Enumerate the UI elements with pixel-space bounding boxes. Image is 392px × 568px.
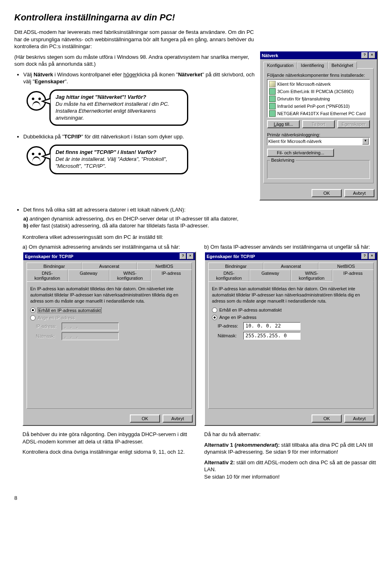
dialog-tcpip-b: Egenskaper för TCP/IP ? × Bindningar Ava… xyxy=(204,252,378,426)
nic-icon xyxy=(269,96,276,102)
dialog-title: Egenskaper för TCP/IP xyxy=(25,254,74,259)
cancel-button[interactable]: Avbryt xyxy=(344,189,374,197)
tab-avancerat[interactable]: Avancerat xyxy=(82,263,137,270)
primary-login-combo[interactable]: Klient för Microsoft-nätverk ▼ xyxy=(267,137,370,145)
col-a-title: a) Om dynamisk adressering används ser i… xyxy=(22,244,196,250)
mask-label: Nätmask: xyxy=(218,333,240,338)
add-button[interactable]: LLägg till...ägg till... xyxy=(267,120,300,128)
client-icon xyxy=(269,81,276,87)
col-a-bottom-1: Då behöver du inte göra någonting. Den i… xyxy=(22,431,196,445)
help-icon[interactable]: ? xyxy=(361,52,368,58)
ip-label: IP-adress: xyxy=(36,324,58,329)
chevron-down-icon[interactable]: ▼ xyxy=(362,138,369,145)
col-a-bottom-2: Kontrollera dock dina övriga inställning… xyxy=(22,448,196,456)
col-b-alt1: Alternativ 1 (rekommenderat): ställ till… xyxy=(204,441,378,456)
tab-netbios[interactable]: NetBIOS xyxy=(318,263,374,270)
nic-icon xyxy=(269,103,276,109)
ip-label: IP-adress: xyxy=(218,323,240,328)
tab-wins[interactable]: WINS-konfiguration xyxy=(291,270,332,281)
dialog-natverk: Nätverk ? × Konfiguration Identifiering … xyxy=(259,51,378,200)
tab-gateway[interactable]: Gateway xyxy=(249,270,291,281)
cancel-button[interactable]: Avbryt xyxy=(344,414,374,423)
components-label: Följande nätverkskomponenter finns insta… xyxy=(267,73,370,78)
close-icon[interactable]: × xyxy=(369,52,375,58)
page-number: 8 xyxy=(14,495,378,501)
tip-bubble-1: Jag hittar inget "Nätverket"! Varför? Du… xyxy=(49,89,188,126)
dialog-title: Nätverk xyxy=(262,53,278,58)
radio-specify-ip[interactable]: Ange en IP-adress xyxy=(212,315,370,320)
components-listbox[interactable]: Klient för Microsoft-nätverk 3Com EtherL… xyxy=(267,79,370,118)
tab-avancerat[interactable]: Avancerat xyxy=(263,263,318,270)
tab-konfiguration[interactable]: Konfiguration xyxy=(263,62,297,69)
tip-bubble-2: Det finns inget "TCP/IP" i listan! Varfö… xyxy=(49,145,188,174)
check-addressing: Kontrollera vilket adresseringssätt som … xyxy=(22,234,378,241)
help-icon[interactable]: ? xyxy=(180,253,186,259)
ok-button[interactable]: OK xyxy=(130,414,160,423)
ip-input[interactable]: 10. 0. 0. 22 xyxy=(243,322,301,330)
tcpip-desc: En IP-adress kan automatiskt tilldelas d… xyxy=(212,286,370,304)
bullet-1: Välj Nätverk i Windows kontrollpanel ell… xyxy=(23,71,255,85)
nic-icon xyxy=(269,110,276,117)
radio-auto-ip[interactable]: Erhåll en IP-adress automatiskt xyxy=(212,307,370,313)
col-b-alt2: Alternativ 2: ställ om ditt ADSL-modem o… xyxy=(204,459,378,481)
mask-label: Nätmask: xyxy=(36,334,58,339)
mask-input: . . . xyxy=(62,332,119,340)
tab-ipadress[interactable]: IP-adress xyxy=(151,270,192,282)
properties-button: Egenskaper xyxy=(337,120,370,128)
primary-login-label: Primär nätverksinloggning: xyxy=(267,132,370,137)
tab-dns[interactable]: DNS-konfiguration xyxy=(208,270,249,281)
tab-gateway[interactable]: Gateway xyxy=(68,270,109,281)
tab-identifiering[interactable]: Identifiering xyxy=(297,62,328,69)
intro-2: (Här beskrivs stegen som du måste utföra… xyxy=(14,53,255,68)
tab-ipadress[interactable]: IP-adress xyxy=(332,270,374,282)
dialog-title: Egenskaper för TCP/IP xyxy=(207,254,255,259)
tab-dns[interactable]: DNS-konfiguration xyxy=(27,270,68,281)
ok-button[interactable]: OK xyxy=(312,414,342,423)
col-b-bottom-intro: Då har du två alternativ: xyxy=(204,431,378,438)
mask-input[interactable]: 255.255.255. 0 xyxy=(243,332,301,340)
cancel-button[interactable]: Avbryt xyxy=(163,414,193,423)
remove-button: Ta bort xyxy=(302,120,335,128)
page-title: Kontrollera inställningarna av din PC! xyxy=(14,12,378,23)
close-icon[interactable]: × xyxy=(369,253,375,259)
bullet-2: Dubbelklicka på "TCP/IP" för ditt nätver… xyxy=(23,133,255,140)
tab-bindningar[interactable]: Bindningar xyxy=(27,263,82,270)
tab-behorighet[interactable]: Behörighet xyxy=(328,62,357,69)
ok-button[interactable]: OK xyxy=(312,189,342,197)
tab-wins[interactable]: WINS-konfiguration xyxy=(109,270,151,281)
tab-bindningar[interactable]: Bindningar xyxy=(208,263,263,270)
bullet-lan: Det finns två olika sätt att adressera d… xyxy=(23,206,378,229)
ip-input: . . . xyxy=(62,323,119,330)
col-b-title: b) Om fasta IP-adresser används ser inst… xyxy=(204,244,378,250)
radio-auto-ip[interactable]: Erhåll en IP-adress automatiskt xyxy=(30,307,188,313)
description-group: Beskrivning xyxy=(270,158,296,163)
radio-specify-ip[interactable]: Ange en IP-adress xyxy=(30,315,188,321)
dialog-tcpip-a: Egenskaper för TCP/IP ? × Bindningar Ava… xyxy=(22,252,196,426)
close-icon[interactable]: × xyxy=(187,253,194,259)
tcpip-desc: En IP-adress kan automatiskt tilldelas d… xyxy=(30,286,188,304)
help-icon[interactable]: ? xyxy=(361,253,368,259)
tab-netbios[interactable]: NetBIOS xyxy=(137,263,192,270)
nic-icon xyxy=(269,88,276,95)
file-print-share-button[interactable]: Fil- och skrivardelning... xyxy=(267,149,334,157)
intro-1: Ditt ADSL-modem har levererats med fabri… xyxy=(14,29,255,50)
